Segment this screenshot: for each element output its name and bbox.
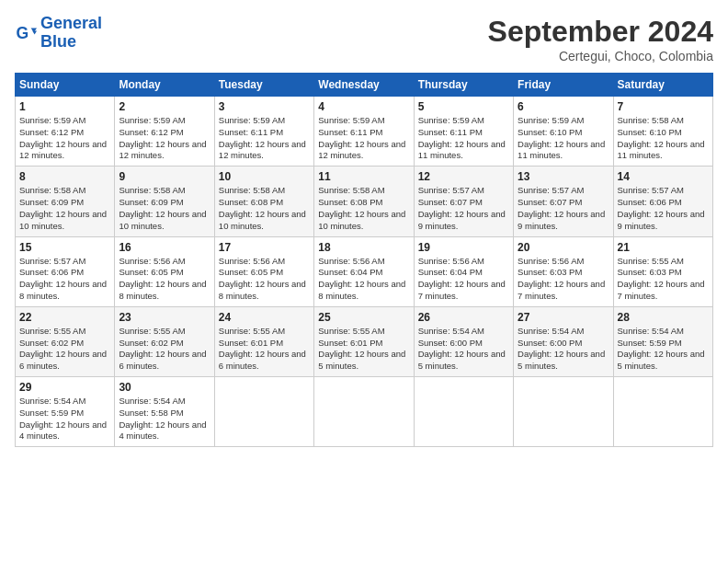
- empty-cell: [613, 377, 712, 447]
- day-info: Sunrise: 5:57 AMSunset: 6:07 PMDaylight:…: [518, 185, 609, 232]
- day-info: Sunrise: 5:54 AMSunset: 6:00 PMDaylight:…: [418, 326, 509, 373]
- day-number: 30: [119, 381, 210, 394]
- day-cell-13: 13Sunrise: 5:57 AMSunset: 6:07 PMDayligh…: [514, 167, 613, 236]
- day-number: 9: [119, 170, 210, 183]
- day-cell-11: 11Sunrise: 5:58 AMSunset: 6:08 PMDayligh…: [314, 167, 414, 236]
- day-number: 15: [19, 241, 110, 254]
- logo-text: General Blue: [40, 15, 102, 52]
- col-header-wednesday: Wednesday: [314, 74, 414, 97]
- day-info: Sunrise: 5:54 AMSunset: 5:58 PMDaylight:…: [119, 396, 210, 442]
- day-number: 6: [518, 100, 609, 113]
- day-number: 7: [618, 100, 709, 113]
- empty-cell: [514, 377, 613, 447]
- day-cell-16: 16Sunrise: 5:56 AMSunset: 6:05 PMDayligh…: [115, 236, 214, 306]
- empty-cell: [314, 377, 414, 447]
- day-number: 2: [119, 100, 210, 113]
- day-number: 21: [618, 241, 709, 254]
- title-block: September 2024 Certegui, Choco, Colombia: [488, 15, 713, 63]
- day-cell-5: 5Sunrise: 5:59 AMSunset: 6:11 PMDaylight…: [414, 97, 513, 167]
- day-number: 11: [318, 170, 409, 183]
- day-cell-28: 28Sunrise: 5:54 AMSunset: 5:59 PMDayligh…: [613, 306, 712, 376]
- day-cell-8: 8Sunrise: 5:58 AMSunset: 6:09 PMDaylight…: [16, 167, 115, 236]
- calendar-week-5: 29Sunrise: 5:54 AMSunset: 5:59 PMDayligh…: [16, 377, 713, 447]
- day-cell-29: 29Sunrise: 5:54 AMSunset: 5:59 PMDayligh…: [16, 377, 115, 447]
- day-number: 22: [19, 311, 110, 324]
- day-cell-21: 21Sunrise: 5:55 AMSunset: 6:03 PMDayligh…: [613, 236, 712, 306]
- day-cell-12: 12Sunrise: 5:57 AMSunset: 6:07 PMDayligh…: [414, 167, 513, 236]
- svg-text:G: G: [17, 23, 29, 41]
- day-cell-24: 24Sunrise: 5:55 AMSunset: 6:01 PMDayligh…: [214, 306, 313, 376]
- day-cell-14: 14Sunrise: 5:57 AMSunset: 6:06 PMDayligh…: [613, 167, 712, 236]
- day-info: Sunrise: 5:56 AMSunset: 6:04 PMDaylight:…: [418, 256, 509, 303]
- logo-line1: General: [40, 14, 102, 32]
- day-info: Sunrise: 5:55 AMSunset: 6:02 PMDaylight:…: [119, 326, 210, 373]
- day-number: 29: [19, 381, 110, 394]
- day-info: Sunrise: 5:54 AMSunset: 5:59 PMDaylight:…: [19, 396, 110, 442]
- calendar-week-3: 15Sunrise: 5:57 AMSunset: 6:06 PMDayligh…: [16, 236, 713, 306]
- day-cell-17: 17Sunrise: 5:56 AMSunset: 6:05 PMDayligh…: [214, 236, 313, 306]
- day-info: Sunrise: 5:58 AMSunset: 6:10 PMDaylight:…: [618, 115, 709, 162]
- day-number: 26: [418, 311, 509, 324]
- day-info: Sunrise: 5:56 AMSunset: 6:03 PMDaylight:…: [518, 256, 609, 303]
- day-number: 27: [518, 311, 609, 324]
- day-cell-1: 1Sunrise: 5:59 AMSunset: 6:12 PMDaylight…: [16, 97, 115, 167]
- day-info: Sunrise: 5:57 AMSunset: 6:06 PMDaylight:…: [618, 185, 709, 232]
- day-cell-7: 7Sunrise: 5:58 AMSunset: 6:10 PMDaylight…: [613, 97, 712, 167]
- svg-marker-2: [32, 30, 37, 34]
- calendar-table: SundayMondayTuesdayWednesdayThursdayFrid…: [15, 73, 713, 447]
- day-cell-4: 4Sunrise: 5:59 AMSunset: 6:11 PMDaylight…: [314, 97, 414, 167]
- day-number: 12: [418, 170, 509, 183]
- empty-cell: [214, 377, 313, 447]
- day-info: Sunrise: 5:55 AMSunset: 6:03 PMDaylight:…: [618, 256, 709, 303]
- day-info: Sunrise: 5:58 AMSunset: 6:09 PMDaylight:…: [119, 185, 210, 232]
- col-header-tuesday: Tuesday: [214, 74, 313, 97]
- day-info: Sunrise: 5:59 AMSunset: 6:10 PMDaylight:…: [518, 115, 609, 162]
- empty-cell: [414, 377, 513, 447]
- day-info: Sunrise: 5:54 AMSunset: 6:00 PMDaylight:…: [518, 326, 609, 373]
- day-info: Sunrise: 5:59 AMSunset: 6:12 PMDaylight:…: [119, 115, 210, 162]
- day-number: 18: [318, 241, 409, 254]
- col-header-thursday: Thursday: [414, 74, 513, 97]
- day-info: Sunrise: 5:59 AMSunset: 6:11 PMDaylight:…: [418, 115, 509, 162]
- month-title: September 2024: [488, 15, 713, 49]
- day-number: 5: [418, 100, 509, 113]
- day-number: 8: [19, 170, 110, 183]
- calendar-week-1: 1Sunrise: 5:59 AMSunset: 6:12 PMDaylight…: [16, 97, 713, 167]
- day-cell-3: 3Sunrise: 5:59 AMSunset: 6:11 PMDaylight…: [214, 97, 313, 167]
- day-cell-15: 15Sunrise: 5:57 AMSunset: 6:06 PMDayligh…: [16, 236, 115, 306]
- day-number: 3: [219, 100, 310, 113]
- day-cell-23: 23Sunrise: 5:55 AMSunset: 6:02 PMDayligh…: [115, 306, 214, 376]
- day-cell-30: 30Sunrise: 5:54 AMSunset: 5:58 PMDayligh…: [115, 377, 214, 447]
- col-header-friday: Friday: [514, 74, 613, 97]
- day-cell-18: 18Sunrise: 5:56 AMSunset: 6:04 PMDayligh…: [314, 236, 414, 306]
- day-cell-22: 22Sunrise: 5:55 AMSunset: 6:02 PMDayligh…: [16, 306, 115, 376]
- logo-line2: Blue: [40, 32, 76, 51]
- day-cell-6: 6Sunrise: 5:59 AMSunset: 6:10 PMDaylight…: [514, 97, 613, 167]
- day-number: 19: [418, 241, 509, 254]
- col-header-saturday: Saturday: [613, 74, 712, 97]
- col-header-sunday: Sunday: [16, 74, 115, 97]
- day-info: Sunrise: 5:58 AMSunset: 6:09 PMDaylight:…: [19, 185, 110, 232]
- day-info: Sunrise: 5:55 AMSunset: 6:01 PMDaylight:…: [219, 326, 310, 373]
- day-info: Sunrise: 5:56 AMSunset: 6:04 PMDaylight:…: [318, 256, 409, 303]
- day-number: 13: [518, 170, 609, 183]
- day-number: 14: [618, 170, 709, 183]
- day-number: 23: [119, 311, 210, 324]
- day-info: Sunrise: 5:57 AMSunset: 6:06 PMDaylight:…: [19, 256, 110, 303]
- day-info: Sunrise: 5:59 AMSunset: 6:11 PMDaylight:…: [219, 115, 310, 162]
- day-number: 28: [618, 311, 709, 324]
- day-cell-9: 9Sunrise: 5:58 AMSunset: 6:09 PMDaylight…: [115, 167, 214, 236]
- day-info: Sunrise: 5:56 AMSunset: 6:05 PMDaylight:…: [219, 256, 310, 303]
- day-info: Sunrise: 5:57 AMSunset: 6:07 PMDaylight:…: [418, 185, 509, 232]
- day-info: Sunrise: 5:56 AMSunset: 6:05 PMDaylight:…: [119, 256, 210, 303]
- day-cell-25: 25Sunrise: 5:55 AMSunset: 6:01 PMDayligh…: [314, 306, 414, 376]
- day-number: 1: [19, 100, 110, 113]
- day-cell-26: 26Sunrise: 5:54 AMSunset: 6:00 PMDayligh…: [414, 306, 513, 376]
- calendar-week-4: 22Sunrise: 5:55 AMSunset: 6:02 PMDayligh…: [16, 306, 713, 376]
- day-cell-19: 19Sunrise: 5:56 AMSunset: 6:04 PMDayligh…: [414, 236, 513, 306]
- day-info: Sunrise: 5:58 AMSunset: 6:08 PMDaylight:…: [318, 185, 409, 232]
- day-number: 4: [318, 100, 409, 113]
- day-cell-27: 27Sunrise: 5:54 AMSunset: 6:00 PMDayligh…: [514, 306, 613, 376]
- logo: G General Blue: [15, 15, 102, 52]
- day-cell-10: 10Sunrise: 5:58 AMSunset: 6:08 PMDayligh…: [214, 167, 313, 236]
